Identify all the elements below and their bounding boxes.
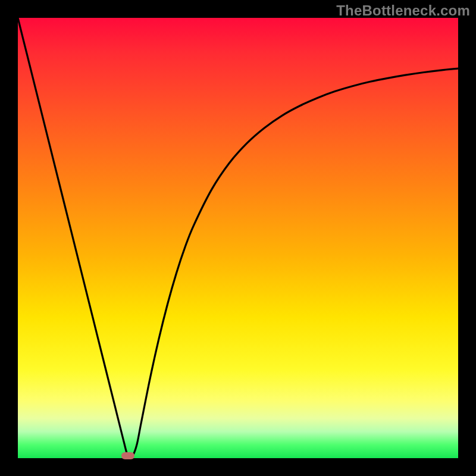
bottleneck-curve bbox=[18, 18, 458, 458]
watermark-text: TheBottleneck.com bbox=[336, 2, 470, 19]
optimal-point-marker bbox=[121, 452, 134, 459]
curve-svg bbox=[18, 18, 458, 458]
chart-frame: TheBottleneck.com bbox=[0, 0, 476, 476]
plot-area bbox=[18, 18, 458, 458]
